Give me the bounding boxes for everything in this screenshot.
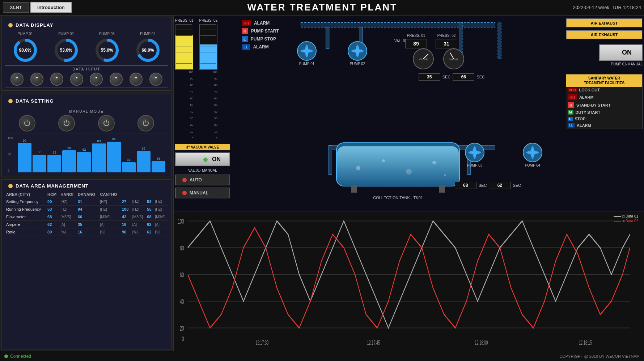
area-hcm-unit-1: [HZ] xyxy=(59,198,76,206)
svg-text:12:17:45: 12:17:45 xyxy=(367,339,380,346)
standby-row: H STAND-BY START xyxy=(566,101,642,109)
knob-4[interactable] xyxy=(70,73,83,86)
top-bar: XLNT Introduction WATER TREATMENT PLANT … xyxy=(0,0,644,16)
bar-chart-section: 100 50 0 90 55 53 68 62 89 94 xyxy=(5,135,168,174)
press2-value: 31 xyxy=(436,39,457,48)
duty-text: DUTY START xyxy=(576,110,601,115)
svg-text:VALVE: VALVE xyxy=(419,58,428,61)
main-layout: DATA DISPLAY PUMP 01 90.0% PUMP 02 53.0% xyxy=(0,16,644,351)
power-btn-4[interactable] xyxy=(137,115,154,132)
area-danang-val-3: 42 xyxy=(120,213,131,221)
on-button[interactable]: ON xyxy=(175,152,230,166)
power-icon-4 xyxy=(143,120,149,126)
knob-3[interactable] xyxy=(50,73,63,86)
tab-introduction[interactable]: Introduction xyxy=(30,2,72,13)
area-hcm-val-4: 62 xyxy=(46,221,59,228)
area-hcm-unit-3: [M3/S] xyxy=(59,213,76,221)
data-area-header: DATA AREA MANAGERMENT xyxy=(5,181,168,191)
svg-rect-35 xyxy=(439,185,445,193)
area-hanoi-val-3: 66 xyxy=(76,213,99,221)
bar-col-7: 94 xyxy=(107,137,121,172)
bar-chart-area: 100 50 0 90 55 53 68 62 89 94 xyxy=(8,136,165,172)
knob-dot-1 xyxy=(16,77,18,78)
knob-5[interactable] xyxy=(90,73,103,86)
svg-text:12:17:30: 12:17:30 xyxy=(255,339,268,346)
bar-col-9: 66 xyxy=(137,147,151,172)
area-col-city: AREA (CITY) xyxy=(5,191,46,198)
legend-line-white xyxy=(614,216,621,217)
bar-rect-6 xyxy=(92,143,106,172)
area-table: AREA (CITY) HCM HANOI DANANG CANTHO Sett… xyxy=(5,191,168,236)
air-exhaust-btn-1[interactable]: AIR EXHAUST xyxy=(566,18,643,28)
scada-section: PRESS. 01 10090807060 50403020100 xyxy=(174,16,644,211)
lockout-row: HHH LOCK OUT xyxy=(566,87,642,93)
area-row-1: Setting Frequency 90 [HZ] 31 [HZ] 27 [HZ… xyxy=(5,198,168,206)
area-row-4: Ampere 62 [A] 35 [A] 16 [A] 62 [A] xyxy=(5,221,168,228)
knob-2[interactable] xyxy=(30,73,43,86)
donut-value-4: 68.0% xyxy=(141,48,154,53)
knob-7[interactable] xyxy=(130,73,143,86)
bar-rect-10 xyxy=(152,161,165,173)
pump03-fan-icon xyxy=(465,142,485,163)
alarm-hh-right: HH xyxy=(568,94,577,100)
bar-rect-9 xyxy=(137,151,151,172)
pump-label-1: PUMP 01 xyxy=(17,32,33,36)
area-danang-val-2: 100 xyxy=(120,206,131,213)
pump02-indicator: PUMP 02 xyxy=(347,41,368,66)
tank-label: COLLECTION TANK - TK01 xyxy=(329,195,467,200)
pump02-on-label: ON xyxy=(622,49,632,56)
knob-1[interactable] xyxy=(10,73,24,86)
bar-col-10: 35 xyxy=(152,157,165,173)
area-cantho-val-4: 62 xyxy=(145,221,153,228)
press1-label: PRESS. 01 xyxy=(175,18,194,22)
sec2-val: 66 xyxy=(453,73,474,81)
val01-label: VAL. 01 xyxy=(394,39,407,43)
pump-label-2: PUMP 02 xyxy=(58,32,74,36)
svg-text:12:18:00: 12:18:00 xyxy=(475,339,488,346)
vacuum-valve-label: 3" VACUUM VALVE xyxy=(175,144,230,150)
data-setting-title: DATA SETTING xyxy=(16,98,54,104)
power-btn-2[interactable] xyxy=(58,115,75,132)
manual-mode-box: MANUAL MODE xyxy=(5,108,168,133)
alarm-hh-row: HH ALARM xyxy=(239,19,282,27)
alarm-l-row: L PUMP STOP xyxy=(239,35,282,43)
air-exhaust-btn-2[interactable]: AIR EXHAUST xyxy=(566,30,643,39)
chart-legend: □ Data 01 ■ Data 02 xyxy=(614,214,638,223)
auto-button[interactable]: AUTO xyxy=(175,175,230,185)
dial2: VALVE xyxy=(443,48,465,70)
scada-left: PRESS. 01 10090807060 50403020100 xyxy=(174,16,232,211)
area-hcm-val-3: 68 xyxy=(46,213,59,221)
area-hcm-unit-4: [A] xyxy=(59,221,76,228)
knob-8[interactable] xyxy=(149,73,162,86)
area-danang-unit-3: [M3/S] xyxy=(131,213,145,221)
power-icon-3 xyxy=(103,120,109,126)
alarm-ll-row: LL ALARM xyxy=(239,43,282,51)
data-input-label: DATA INPUT xyxy=(7,67,166,71)
area-row-2: Running Frequency 53 [HZ] 94 [HZ] 100 [H… xyxy=(5,206,168,213)
donut-4: 68.0% xyxy=(135,37,161,63)
legend-data01-label: □ Data 01 xyxy=(622,214,638,218)
svg-point-31 xyxy=(406,169,412,175)
knob-6[interactable] xyxy=(110,73,123,86)
tab-xlnt[interactable]: XLNT xyxy=(3,2,29,13)
data-input-section: DATA INPUT xyxy=(5,65,168,87)
pump04-fan-icon xyxy=(522,142,543,163)
svg-point-32 xyxy=(432,161,436,164)
area-label-4: Ampere xyxy=(5,221,46,228)
bar-rect-4 xyxy=(62,150,76,172)
dial-gauges: VALVE VALVE xyxy=(412,48,465,70)
data-area-dot xyxy=(8,184,13,188)
area-hanoi-val-4: 35 xyxy=(76,221,99,228)
bar-rect-5 xyxy=(77,152,91,172)
knob-dot-6 xyxy=(115,77,117,78)
pump02-on-button[interactable]: ON xyxy=(599,44,643,61)
press1-box-label: PRESS. 01 xyxy=(407,34,425,38)
press-group: PRESS. 01 10090807060 50403020100 xyxy=(175,18,230,140)
svg-text:100: 100 xyxy=(178,218,184,225)
pump04-name: PUMP 04 xyxy=(525,163,541,167)
manual-button[interactable]: MANUAL xyxy=(175,188,230,198)
power-btn-3[interactable] xyxy=(98,115,115,132)
donut-3: 55.0% xyxy=(94,37,120,63)
power-btn-1[interactable] xyxy=(19,115,35,132)
duty-badge: M xyxy=(568,110,573,115)
